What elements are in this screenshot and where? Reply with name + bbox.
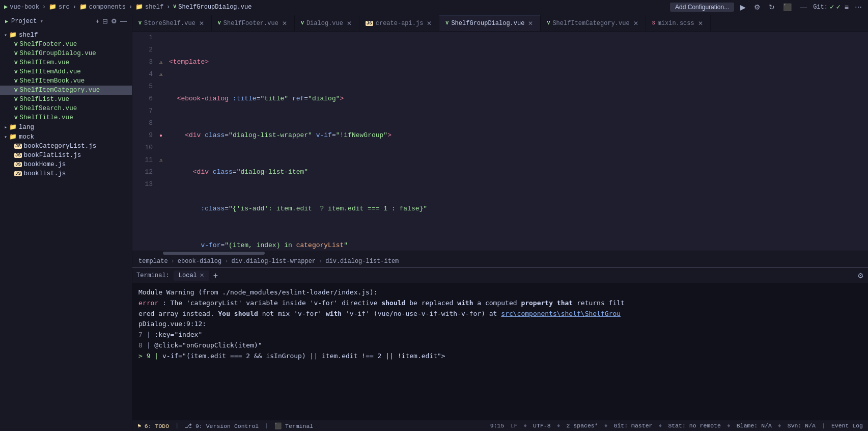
sidebar-item-shelfSearch[interactable]: V ShelfSearch.vue: [0, 104, 132, 113]
folder-icon-components: 📁: [79, 3, 87, 11]
debug-button[interactable]: ⚙: [752, 2, 763, 12]
status-svn[interactable]: Svn: N/A: [788, 422, 816, 429]
sidebar-item-shelfItemAdd[interactable]: V ShelfItemAdd.vue: [0, 67, 132, 76]
code-line-2: <ebook-dialog :title="title" ref="dialog…: [169, 93, 868, 105]
sidebar-item-label-mock: mock: [19, 133, 34, 141]
tab-close-createApi[interactable]: ✕: [426, 19, 433, 28]
status-version-control[interactable]: ⎇ 9: Version Control: [185, 422, 259, 429]
breadcrumb-ebook-dialog[interactable]: ebook-dialog: [178, 258, 221, 265]
status-todo[interactable]: ⚑ 6: TODO: [137, 422, 169, 429]
sidebar-item-shelfGroupDialog[interactable]: V ShelfGroupDialog.vue: [0, 49, 132, 58]
tab-close-shelfItemCategory[interactable]: ✕: [632, 19, 639, 28]
add-configuration-button[interactable]: Add Configuration...: [670, 3, 734, 12]
status-event-log[interactable]: Event Log: [831, 422, 863, 429]
status-stat[interactable]: Stat: no remote: [668, 422, 721, 429]
sidebar-item-mock-folder[interactable]: ▾ 📁 mock: [0, 132, 132, 142]
tab-close-storeShelf[interactable]: ✕: [198, 19, 205, 28]
vue-file-icon-groupdialog: V: [14, 50, 18, 57]
code-lines[interactable]: <template> <ebook-dialog :title="title" …: [165, 32, 868, 251]
js-file-icon-booklist: JS: [14, 171, 22, 176]
gutter-warn-3: ⚠: [159, 59, 162, 65]
editor-area: V StoreShelf.vue ✕ V ShelfFooter.vue ✕ V…: [132, 14, 868, 431]
js-file-icon-bookHome: JS: [14, 162, 22, 167]
terminal-tab-local[interactable]: Local ✕: [174, 271, 209, 281]
tab-close-shelfGroupDialog[interactable]: ✕: [527, 19, 534, 28]
sidebar-item-shelfItemCategory[interactable]: V ShelfItemCategory.vue: [0, 86, 132, 95]
tab-close-mixin[interactable]: ✕: [697, 19, 704, 28]
folder-icon-src: 📁: [49, 3, 57, 11]
status-blame[interactable]: Blame: N/A: [737, 422, 772, 429]
terminal-line-3: ered array instead. You should not mix '…: [138, 309, 862, 319]
more-button[interactable]: ⋯: [853, 2, 864, 12]
vue-file-icon-itemBook: V: [14, 78, 18, 84]
tab-close-dialog[interactable]: ✕: [346, 19, 353, 28]
vue-file-icon-list: V: [14, 96, 18, 102]
terminal-line-4: pDialog.vue:9:12:: [138, 319, 862, 330]
stop-button[interactable]: ⬛: [781, 2, 794, 12]
code-content[interactable]: 1 2 3 4 5 6 7 8 9 10 11 12 13: [132, 32, 868, 251]
title-bar-right: Add Configuration... ▶ ⚙ ↻ ⬛ — Git: ✓ ✓ …: [670, 2, 864, 12]
vue-file-icon: V: [173, 4, 176, 10]
sidebar-item-booklist[interactable]: JS booklist.js: [0, 169, 132, 178]
status-git[interactable]: Git: master: [614, 422, 653, 429]
title-project-name: vue-book: [10, 4, 39, 11]
status-terminal-btn[interactable]: ⬛ Terminal: [274, 422, 313, 429]
terminal-settings-button[interactable]: ⚙: [857, 272, 864, 280]
vue-file-icon-itemCategory: V: [14, 87, 18, 93]
terminal-tab-bar: Terminal: Local ✕ + ⚙: [132, 268, 868, 283]
sidebar-item-shelf-folder[interactable]: ▾ 📁 shelf: [0, 30, 132, 40]
sidebar-item-label-bookHome: bookHome.js: [24, 161, 66, 168]
folder-icon-shelf: 📁: [135, 3, 143, 11]
status-indent[interactable]: 2 spaces*: [567, 422, 598, 429]
terminal-label: Terminal:: [136, 272, 170, 279]
breadcrumb-div-item[interactable]: div.dialog-list-item: [325, 258, 399, 265]
sidebar-item-shelfTitle[interactable]: V ShelfTitle.vue: [0, 113, 132, 122]
tab-createApi[interactable]: JS create-api.js ✕: [359, 15, 439, 31]
minimize-button[interactable]: —: [798, 2, 809, 12]
terminal-line-1: Module Warning (from ./node_modules/esli…: [138, 287, 862, 298]
sidebar-item-shelfItem[interactable]: V ShelfItem.vue: [0, 58, 132, 67]
settings-button[interactable]: ⚙: [111, 17, 117, 25]
breadcrumb-sep-3: ›: [319, 258, 322, 265]
sidebar-item-shelfItemBook[interactable]: V ShelfItemBook.vue: [0, 76, 132, 86]
tab-label-shelfFooter: ShelfFooter.vue: [223, 20, 278, 27]
terminal-link[interactable]: src\components\shelf\ShelfGrou: [501, 310, 621, 317]
tab-shelfItemCategory[interactable]: V ShelfItemCategory.vue ✕: [541, 15, 646, 31]
tab-storeShelf[interactable]: V StoreShelf.vue ✕: [132, 15, 212, 31]
collapse-button[interactable]: ⊟: [102, 17, 108, 25]
sidebar-item-shelfList[interactable]: V ShelfList.vue: [0, 95, 132, 104]
breadcrumb-template[interactable]: template: [138, 258, 168, 265]
breadcrumb: template › ebook-dialog › div.dialog-lis…: [132, 255, 868, 267]
horizontal-scrollbar[interactable]: [132, 251, 868, 255]
git-more-button[interactable]: ≡: [843, 2, 851, 12]
status-position[interactable]: 9:15: [490, 422, 505, 429]
title-segment-shelf: 📁 shelf: [135, 3, 163, 11]
breadcrumb-div-wrapper[interactable]: div.dialog-list-wrapper: [231, 258, 316, 265]
sidebar-item-bookFlatList[interactable]: JS bookFlatList.js: [0, 151, 132, 160]
run-button[interactable]: ▶: [738, 2, 748, 12]
js-file-icon-bookCategory: JS: [14, 144, 22, 149]
sidebar-item-shelfFooter[interactable]: V ShelfFooter.vue: [0, 40, 132, 49]
tab-shelfFooter[interactable]: V ShelfFooter.vue ✕: [212, 15, 295, 31]
tab-close-shelfFooter[interactable]: ✕: [281, 19, 288, 28]
rerun-button[interactable]: ↻: [767, 2, 777, 12]
sidebar-item-lang-folder[interactable]: ▾ 📁 lang: [0, 122, 132, 132]
add-file-button[interactable]: +: [95, 17, 99, 25]
terminal-add-button[interactable]: +: [213, 271, 218, 280]
tab-label-shelfItemCategory: ShelfItemCategory.vue: [552, 20, 629, 27]
tab-mixin[interactable]: S mixin.scss ✕: [646, 15, 711, 31]
tab-shelfGroupDialog[interactable]: V ShelfGroupDialog.vue ✕: [439, 15, 541, 31]
tab-icon-mixin: S: [652, 20, 655, 26]
status-terminal-icon: ⬛: [274, 423, 282, 429]
sidebar-item-bookCategoryList[interactable]: JS bookCategoryList.js: [0, 142, 132, 151]
tab-dialog[interactable]: V Dialog.vue ✕: [295, 15, 359, 31]
sidebar-item-label-lang: lang: [19, 124, 34, 131]
terminal-tab-close-local[interactable]: ✕: [200, 272, 204, 279]
terminal-content[interactable]: Module Warning (from ./node_modules/esli…: [132, 283, 868, 420]
close-sidebar-button[interactable]: —: [120, 17, 127, 25]
tab-label-dialog: Dialog.vue: [306, 20, 343, 27]
status-encoding[interactable]: UTF-8: [533, 422, 551, 429]
status-bar: ⚑ 6: TODO | ⎇ 9: Version Control | ⬛ Ter…: [132, 420, 868, 431]
sidebar-item-bookHome[interactable]: JS bookHome.js: [0, 160, 132, 169]
js-file-icon-bookFlat: JS: [14, 153, 22, 158]
